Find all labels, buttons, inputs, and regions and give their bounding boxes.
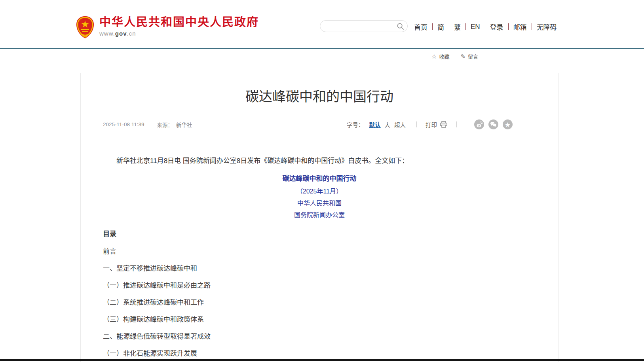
- search-box: [320, 20, 408, 32]
- fontsize-option-large[interactable]: 大: [385, 120, 391, 129]
- toc-item-2-1: （一）非化石能源实现跃升发展: [103, 350, 536, 357]
- viewport-bottom-edge: [0, 359, 644, 361]
- article-panel: 碳达峰碳中和的中国行动 2025-11-08 11:39 来源： 新华社 字号：…: [80, 73, 559, 362]
- nav-item-home[interactable]: 首页: [414, 22, 427, 32]
- site-url-prefix: www.: [99, 30, 115, 37]
- wechat-icon: [490, 121, 497, 127]
- article-title: 碳达峰碳中和的中国行动: [103, 89, 536, 104]
- fontsize-option-xlarge[interactable]: 超大: [394, 120, 406, 129]
- fontsize-option-default[interactable]: 默认: [369, 120, 381, 129]
- site-header: 中华人民共和国中央人民政府 www.gov.cn 首页 简 繁 EN 登录 邮箱…: [0, 0, 644, 49]
- toc-item-2: 二、能源绿色低碳转型取得显著成效: [103, 333, 536, 340]
- print-label: 打印: [426, 120, 437, 129]
- doc-date: （2025年11月）: [103, 188, 536, 195]
- doc-org-line2: 国务院新闻办公室: [103, 212, 536, 218]
- article-meta-bar: 2025-11-08 11:39 来源： 新华社 字号： 默认 大 超大 打印: [103, 119, 536, 135]
- search-button[interactable]: [393, 21, 407, 32]
- nav-item-accessibility[interactable]: 无障碍: [537, 22, 557, 32]
- share-group: ★: [474, 119, 513, 129]
- article-meta-right: 字号： 默认 大 超大 打印 ★: [347, 119, 513, 129]
- doc-title: 碳达峰碳中和的中国行动: [103, 175, 536, 182]
- search-input[interactable]: [320, 23, 393, 29]
- pencil-icon: ✎: [460, 53, 465, 60]
- share-star-icon: ★: [505, 122, 511, 127]
- header-nav: 首页 简 繁 EN 登录 邮箱 无障碍: [414, 22, 557, 32]
- nav-item-traditional[interactable]: 繁: [454, 22, 461, 32]
- search-icon: [397, 23, 404, 30]
- nav-divider: [465, 23, 466, 30]
- toc-item-1-2: （二）系统推进碳达峰碳中和工作: [103, 299, 536, 306]
- printer-icon: [440, 121, 448, 128]
- source-label: 来源：: [157, 121, 173, 129]
- share-weibo-button[interactable]: [474, 119, 484, 129]
- print-button[interactable]: 打印: [426, 120, 448, 129]
- favorite-label: 收藏: [439, 53, 449, 60]
- site-logo[interactable]: 中华人民共和国中央人民政府 www.gov.cn: [76, 16, 259, 39]
- meta-divider: [456, 121, 457, 127]
- toc-heading: 目录: [103, 231, 536, 238]
- share-favorite-button[interactable]: ★: [503, 119, 513, 129]
- page-toolbar: ☆ 收藏 ✎ 留言: [431, 53, 478, 60]
- nav-item-mail[interactable]: 邮箱: [513, 22, 527, 32]
- toc-item-preface: 前言: [103, 248, 536, 255]
- share-wechat-button[interactable]: [488, 119, 498, 129]
- meta-divider: [416, 121, 417, 127]
- comment-label: 留言: [468, 53, 478, 60]
- star-outline-icon: ☆: [431, 53, 437, 60]
- site-url: www.gov.cn: [99, 30, 259, 37]
- fontsize-label: 字号：: [347, 120, 364, 129]
- toc-item-1-1: （一）推进碳达峰碳中和是必由之路: [103, 282, 536, 289]
- nav-item-login[interactable]: 登录: [490, 22, 503, 32]
- nav-divider: [432, 23, 433, 30]
- site-url-domain: gov: [115, 30, 127, 37]
- toc-item-1-3: （三）构建碳达峰碳中和政策体系: [103, 316, 536, 323]
- site-title: 中华人民共和国中央人民政府: [99, 16, 259, 28]
- nav-item-simplified[interactable]: 简: [437, 22, 444, 32]
- nav-divider: [485, 23, 485, 30]
- publish-date: 2025-11-08 11:39: [103, 121, 144, 127]
- nav-divider: [508, 23, 509, 30]
- lead-paragraph: 新华社北京11月8日电 国务院新闻办公室8日发布《碳达峰碳中和的中国行动》白皮书…: [103, 157, 536, 164]
- doc-org-line1: 中华人民共和国: [103, 200, 536, 207]
- weibo-icon: [476, 121, 483, 128]
- site-url-suffix: .cn: [127, 30, 136, 37]
- article-meta-left: 2025-11-08 11:39 来源： 新华社: [103, 121, 192, 129]
- favorite-link[interactable]: ☆ 收藏: [431, 53, 449, 60]
- nav-divider: [449, 23, 449, 30]
- nav-item-english[interactable]: EN: [471, 23, 480, 31]
- national-emblem-icon: [76, 16, 94, 39]
- comment-link[interactable]: ✎ 留言: [460, 53, 478, 60]
- source-value[interactable]: 新华社: [176, 121, 192, 129]
- toc-item-1: 一、坚定不移推进碳达峰碳中和: [103, 265, 536, 272]
- nav-divider: [532, 23, 532, 30]
